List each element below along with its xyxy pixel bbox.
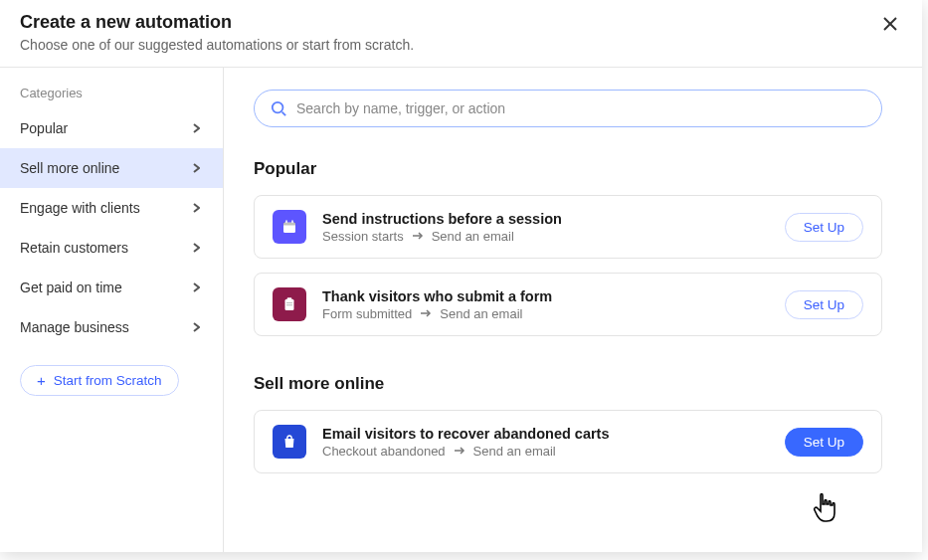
card-title: Thank visitors who submit a form — [322, 288, 769, 304]
automation-card: Email visitors to recover abandoned cart… — [254, 410, 882, 473]
set-up-button[interactable]: Set Up — [785, 290, 863, 319]
section-title-sell-more-online: Sell more online — [254, 374, 882, 394]
card-subtitle: Form submitted Send an email — [322, 306, 769, 321]
arrow-right-icon — [412, 231, 424, 241]
svg-rect-7 — [291, 220, 293, 223]
modal-header: Create a new automation Choose one of ou… — [0, 0, 922, 68]
arrow-right-icon — [420, 308, 432, 318]
card-subtitle: Checkout abandoned Send an email — [322, 444, 769, 459]
chevron-right-icon — [193, 243, 203, 253]
svg-rect-6 — [285, 220, 287, 223]
card-trigger: Checkout abandoned — [322, 444, 446, 459]
search-input[interactable] — [296, 100, 865, 116]
svg-rect-10 — [287, 297, 292, 300]
sidebar-item-label: Get paid on time — [20, 280, 122, 295]
sidebar-item-label: Engage with clients — [20, 200, 140, 216]
chevron-right-icon — [193, 322, 203, 332]
set-up-button[interactable]: Set Up — [785, 428, 863, 457]
card-action: Send an email — [473, 444, 556, 459]
automation-card: Send instructions before a session Sessi… — [254, 195, 882, 259]
plus-icon: + — [37, 373, 46, 388]
sidebar-item-label: Sell more online — [20, 160, 119, 176]
chevron-right-icon — [193, 163, 203, 173]
svg-point-2 — [273, 102, 283, 113]
card-action: Send an email — [440, 306, 522, 321]
scratch-button-label: Start from Scratch — [54, 373, 162, 388]
section-title-popular: Popular — [254, 159, 882, 179]
card-trigger: Form submitted — [322, 306, 412, 321]
modal-title: Create a new automation — [20, 12, 902, 33]
clipboard-icon — [273, 287, 306, 321]
close-button[interactable] — [880, 14, 900, 34]
sidebar-heading: Categories — [0, 86, 223, 108]
sidebar-item-label: Popular — [20, 120, 68, 136]
svg-rect-5 — [283, 223, 295, 226]
shopping-bag-icon — [273, 425, 306, 459]
sidebar-item-label: Retain customers — [20, 240, 128, 256]
card-title: Send instructions before a session — [322, 211, 769, 227]
automation-card: Thank visitors who submit a form Form su… — [254, 273, 882, 336]
sidebar-item-sell-more-online[interactable]: Sell more online — [0, 148, 223, 188]
sidebar-item-popular[interactable]: Popular — [0, 108, 223, 148]
sidebar-item-get-paid-on-time[interactable]: Get paid on time — [0, 268, 223, 307]
arrow-right-icon — [454, 446, 465, 456]
close-icon — [883, 17, 897, 31]
sidebar-item-label: Manage business — [20, 319, 129, 335]
card-subtitle: Session starts Send an email — [322, 229, 769, 244]
card-action: Send an email — [432, 229, 514, 244]
sidebar-item-retain-customers[interactable]: Retain customers — [0, 228, 223, 268]
set-up-button[interactable]: Set Up — [785, 213, 863, 242]
card-title: Email visitors to recover abandoned cart… — [322, 426, 769, 442]
start-from-scratch-button[interactable]: + Start from Scratch — [20, 365, 179, 396]
chevron-right-icon — [193, 123, 203, 133]
sidebar-item-manage-business[interactable]: Manage business — [0, 307, 223, 347]
chevron-right-icon — [193, 282, 203, 292]
sidebar: Categories Popular Sell more online Enga… — [0, 68, 224, 552]
calendar-icon — [273, 210, 306, 244]
search-icon — [271, 100, 286, 116]
sidebar-item-engage-with-clients[interactable]: Engage with clients — [0, 188, 223, 228]
modal-subtitle: Choose one of our suggested automations … — [20, 37, 902, 53]
chevron-right-icon — [193, 203, 203, 213]
svg-line-3 — [282, 112, 286, 116]
card-trigger: Session starts — [322, 229, 404, 244]
search-box[interactable] — [254, 90, 882, 127]
main-content: Popular Send instructions before a sessi… — [224, 68, 922, 552]
